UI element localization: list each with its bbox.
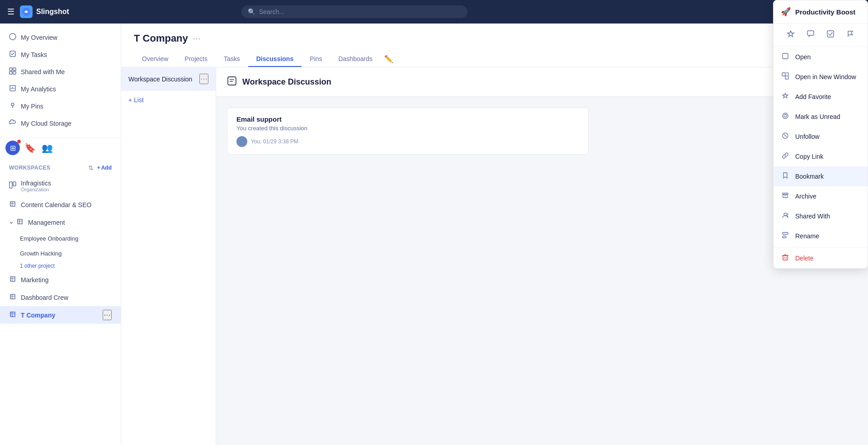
svg-point-32	[784, 213, 787, 216]
quick-icon-chat[interactable]	[805, 28, 816, 42]
unfollow-icon	[781, 132, 790, 141]
context-menu-open[interactable]: Open	[774, 47, 868, 67]
context-menu-rename[interactable]: Rename	[774, 226, 868, 246]
menu-item-label: Shared With	[795, 213, 830, 220]
svg-rect-34	[783, 236, 786, 238]
menu-item-label: Rename	[795, 232, 819, 240]
add-favorite-icon	[781, 92, 790, 101]
svg-rect-19	[827, 31, 834, 37]
rename-icon	[781, 232, 790, 241]
menu-item-label: Mark as Unread	[795, 113, 840, 120]
menu-item-label: Add Favorite	[795, 93, 831, 100]
context-menu-copy-link[interactable]: Copy Link	[774, 147, 868, 166]
svg-rect-35	[783, 256, 788, 260]
menu-item-label: Open	[795, 53, 811, 61]
open-icon	[781, 52, 790, 62]
svg-rect-18	[807, 31, 814, 35]
shared-with-icon	[781, 212, 790, 221]
svg-point-25	[783, 113, 788, 118]
mark-unread-icon	[781, 112, 790, 121]
quick-icon-flag[interactable]	[844, 28, 856, 42]
archive-icon	[781, 192, 790, 201]
bookmark-icon	[781, 172, 790, 181]
quick-icon-star[interactable]	[785, 28, 797, 42]
context-menu-archive[interactable]: Archive	[774, 186, 868, 206]
context-menu-overlay[interactable]	[0, 0, 868, 445]
context-menu-bookmark[interactable]: Bookmark	[774, 166, 868, 186]
svg-rect-20	[783, 53, 788, 59]
menu-item-label: Archive	[795, 193, 816, 200]
copy-link-icon	[781, 152, 790, 161]
menu-item-label: Unfollow	[795, 133, 820, 140]
context-menu-header: 🚀 Productivity Boost	[774, 0, 868, 24]
menu-item-label: Open in New Window	[795, 73, 856, 80]
context-menu: 🚀 Productivity Boost Open Open in New Wi…	[773, 0, 868, 269]
delete-icon	[781, 254, 790, 263]
context-menu-mark-as-unread[interactable]: Mark as Unread	[774, 107, 868, 127]
quick-icon-check[interactable]	[825, 28, 836, 42]
svg-line-28	[784, 134, 787, 137]
svg-rect-22	[785, 76, 788, 79]
context-menu-delete[interactable]: Delete	[774, 248, 868, 268]
svg-point-26	[784, 114, 787, 117]
context-menu-unfollow[interactable]: Unfollow	[774, 127, 868, 147]
menu-item-label: Copy Link	[795, 153, 823, 160]
context-menu-add-favorite[interactable]: Add Favorite	[774, 87, 868, 107]
context-menu-header-title: Productivity Boost	[795, 8, 855, 16]
context-menu-open-new-window[interactable]: Open in New Window	[774, 67, 868, 87]
context-menu-shared-with[interactable]: Shared With	[774, 206, 868, 226]
open-new-window-icon	[781, 72, 790, 81]
menu-item-label: Bookmark	[795, 173, 824, 180]
svg-rect-21	[782, 73, 785, 76]
context-menu-header-icon: 🚀	[781, 7, 791, 17]
menu-item-label: Delete	[795, 255, 813, 262]
svg-rect-33	[783, 232, 788, 234]
context-menu-quick-icons	[774, 24, 868, 47]
context-menu-divider	[774, 247, 868, 247]
